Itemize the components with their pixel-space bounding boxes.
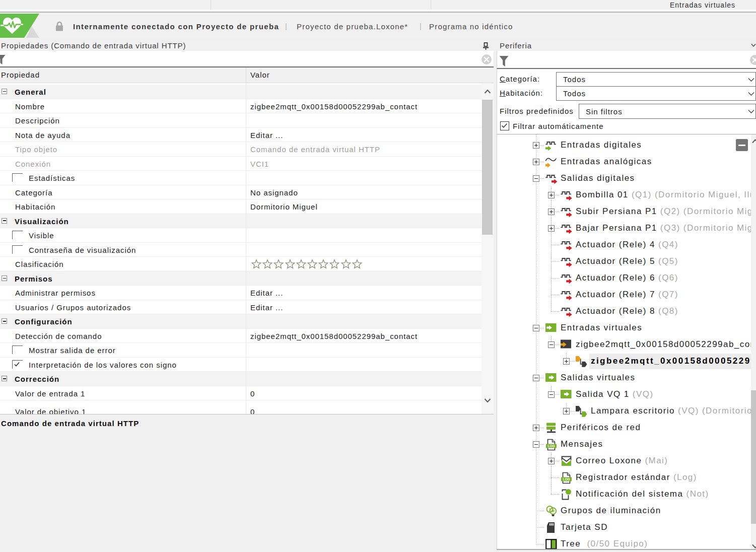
svg-text:LOG: LOG — [547, 444, 555, 448]
svg-text:LOG: LOG — [563, 477, 570, 481]
svg-text:!: ! — [549, 507, 550, 511]
svg-text:M: M — [552, 509, 555, 513]
